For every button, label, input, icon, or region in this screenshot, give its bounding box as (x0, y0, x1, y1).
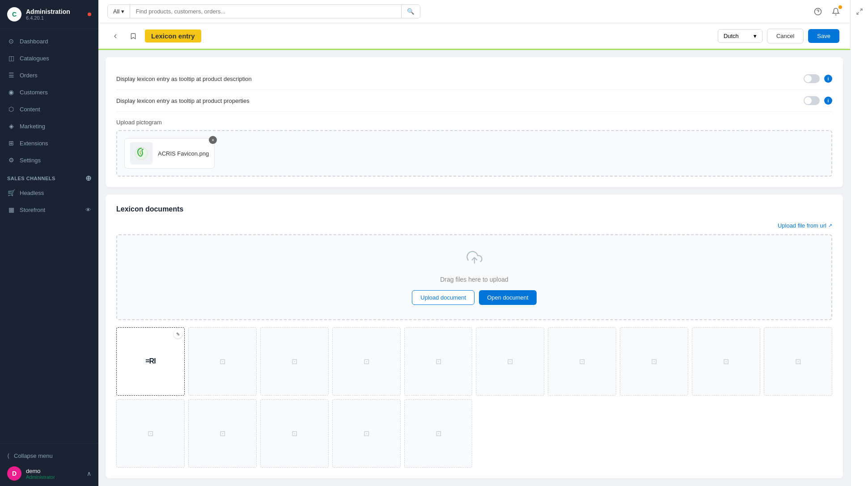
image-placeholder-icon: ⊡ (436, 357, 441, 366)
document-cell-9[interactable]: ⊡ (692, 327, 760, 396)
headless-icon: 🛒 (7, 189, 15, 197)
svg-point-2 (135, 147, 148, 160)
document-drop-zone[interactable]: Drag files here to upload Upload documen… (116, 234, 832, 320)
sidebar-item-settings[interactable]: ⚙ Settings (0, 152, 98, 169)
document-cell-7[interactable]: ⊡ (548, 327, 616, 396)
search-container: All ▾ 🔍 (107, 4, 420, 18)
svg-line-4 (860, 9, 862, 11)
drop-zone-buttons: Upload document Open document (412, 290, 536, 305)
sidebar-header: C Administration 6.4.20.1 (0, 0, 98, 29)
topbar: All ▾ 🔍 (98, 0, 850, 23)
image-placeholder-icon: ⊡ (651, 357, 657, 366)
document-cell-12[interactable]: ⊡ (188, 399, 257, 468)
sidebar-item-orders[interactable]: ☰ Orders (0, 67, 98, 84)
open-document-button[interactable]: Open document (479, 290, 537, 305)
toggle-row-1: Display lexicon entry as tooltip at prod… (116, 68, 832, 90)
user-section: D demo Administrator ∧ (7, 463, 91, 481)
header-right: Dutch ▾ Cancel Save (718, 29, 839, 43)
bookmark-button[interactable] (127, 30, 140, 42)
marketing-icon: ◈ (7, 122, 15, 130)
toggle2[interactable] (804, 96, 820, 105)
add-sales-channel-button[interactable]: ⊕ (85, 174, 92, 182)
sidebar-item-extensions[interactable]: ⊞ Extensions (0, 135, 98, 152)
toggle2-info-icon[interactable]: i (824, 97, 832, 105)
drop-zone-text: Drag files here to upload (440, 276, 508, 283)
document-cell-14[interactable]: ⊡ (332, 399, 401, 468)
sidebar-item-storefront[interactable]: ▦ Storefront 👁 (0, 201, 98, 218)
orders-icon: ☰ (7, 71, 15, 79)
topbar-icons (813, 6, 841, 17)
collapse-icon: ⟨ (7, 452, 9, 459)
upload-pictogram-label: Upload pictogram (116, 119, 832, 126)
document-cell-5[interactable]: ⊡ (404, 327, 473, 396)
image-placeholder-icon: ⊡ (220, 429, 225, 438)
document-grid-row1: =RI ✎ ⊡ ⊡ ⊡ ⊡ ⊡ ⊡ ⊡ ⊡ ⊡ (116, 327, 832, 396)
upload-drop-area[interactable]: ACRIS Favicon.png × (116, 130, 832, 177)
upload-document-button[interactable]: Upload document (412, 290, 474, 305)
toggle1[interactable] (804, 74, 820, 83)
sidebar-item-content[interactable]: ⬡ Content (0, 101, 98, 118)
sidebar-item-catalogues[interactable]: ◫ Catalogues (0, 50, 98, 67)
toggle-row-2: Display lexicon entry as tooltip at prod… (116, 90, 832, 112)
upload-url-link[interactable]: Upload file from url ↗ (116, 222, 832, 229)
sidebar-item-customers[interactable]: ◉ Customers (0, 84, 98, 101)
image-placeholder-icon: ⊡ (436, 429, 441, 438)
language-value: Dutch (724, 33, 739, 39)
sidebar-item-label: Catalogues (20, 55, 49, 62)
sidebar-item-label: Storefront (20, 207, 45, 213)
cancel-button[interactable]: Cancel (767, 29, 804, 43)
document-cell-15[interactable]: ⊡ (404, 399, 473, 468)
panel-expand-icon[interactable] (853, 5, 866, 18)
document-grid-row2: ⊡ ⊡ ⊡ ⊡ ⊡ (116, 399, 832, 468)
lexicon-docs-card: Lexicon documents Upload file from url ↗… (106, 194, 843, 478)
user-chevron-icon[interactable]: ∧ (87, 470, 91, 477)
remove-file-button[interactable]: × (209, 136, 217, 144)
sidebar-item-headless[interactable]: 🛒 Headless (0, 184, 98, 201)
document-cell-11[interactable]: ⊡ (116, 399, 185, 468)
search-input[interactable] (130, 5, 401, 18)
sidebar-item-label: Marketing (20, 123, 45, 130)
back-button[interactable] (109, 30, 122, 42)
sidebar: C Administration 6.4.20.1 ⊙ Dashboard ◫ … (0, 0, 98, 486)
document-cell-4[interactable]: ⊡ (332, 327, 401, 396)
search-filter-dropdown[interactable]: All ▾ (108, 5, 130, 18)
language-selector[interactable]: Dutch ▾ (718, 29, 762, 43)
document-cell-3[interactable]: ⊡ (260, 327, 329, 396)
document-cell-6[interactable]: ⊡ (476, 327, 544, 396)
image-placeholder-icon: ⊡ (148, 429, 153, 438)
sidebar-item-marketing[interactable]: ◈ Marketing (0, 118, 98, 135)
sidebar-item-label: Customers (20, 89, 48, 96)
lexicon-docs-title: Lexicon documents (116, 205, 832, 213)
eye-icon[interactable]: 👁 (85, 207, 91, 213)
user-role: Administrator (26, 474, 82, 480)
notification-icon[interactable] (830, 6, 841, 17)
image-placeholder-icon: ⊡ (364, 357, 369, 366)
content-icon: ⬡ (7, 105, 15, 113)
catalogues-icon: ◫ (7, 54, 15, 62)
search-button[interactable]: 🔍 (401, 5, 420, 18)
toggle1-label: Display lexicon entry as tooltip at prod… (116, 76, 252, 82)
toggle1-info-icon[interactable]: i (824, 75, 832, 83)
sidebar-footer: ⟨ Collapse menu D demo Administrator ∧ (0, 443, 98, 486)
storefront-icon: ▦ (7, 206, 15, 214)
document-cell-13[interactable]: ⊡ (260, 399, 329, 468)
document-cell-2[interactable]: ⊡ (188, 327, 257, 396)
chevron-down-icon: ▾ (121, 8, 124, 15)
document-cell-1[interactable]: =RI ✎ (116, 327, 185, 396)
sidebar-item-label: Extensions (20, 140, 48, 147)
image-placeholder-icon: ⊡ (795, 357, 801, 366)
collapse-menu-button[interactable]: ⟨ Collapse menu (7, 449, 91, 463)
image-placeholder-icon: ⊡ (364, 429, 369, 438)
help-icon[interactable] (813, 6, 823, 17)
external-link-icon: ↗ (828, 223, 832, 228)
user-name: demo (26, 468, 82, 474)
sidebar-item-dashboard[interactable]: ⊙ Dashboard (0, 33, 98, 50)
customers-icon: ◉ (7, 88, 15, 96)
document-cell-8[interactable]: ⊡ (620, 327, 688, 396)
chevron-down-icon: ▾ (754, 33, 757, 39)
document-cell-10[interactable]: ⊡ (764, 327, 832, 396)
save-button[interactable]: Save (808, 29, 839, 43)
settings-icon: ⚙ (7, 156, 15, 164)
page-header: Lexicon entry Dutch ▾ Cancel Save (98, 23, 850, 50)
notification-badge (838, 5, 842, 9)
